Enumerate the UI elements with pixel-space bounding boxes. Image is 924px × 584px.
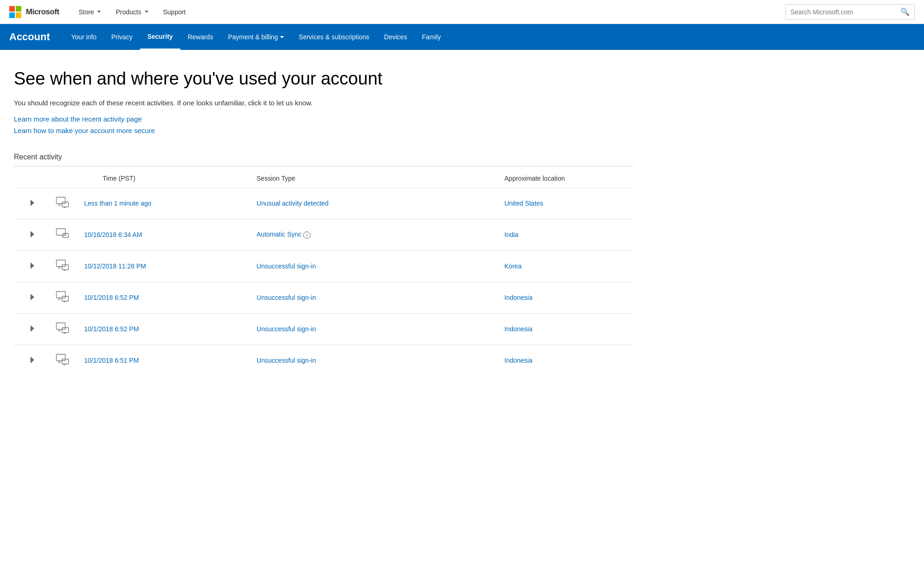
table-row[interactable]: 10/1/2018 6:52 PM Unsuccessful sign-in I… <box>14 313 633 345</box>
nav-services-subscriptions[interactable]: Services & subscriptions <box>291 24 377 50</box>
products-link[interactable]: Products <box>110 6 153 18</box>
time-cell: 10/1/2018 6:52 PM <box>75 282 252 313</box>
session-type-link[interactable]: Unsuccessful sign-in <box>257 294 316 301</box>
top-navigation: Microsoft Store Products Support 🔍 <box>0 0 924 24</box>
learn-more-activity-link[interactable]: Learn more about the recent activity pag… <box>14 115 633 123</box>
device-icon-cell <box>51 188 75 219</box>
session-type-link[interactable]: Unsuccessful sign-in <box>257 325 316 333</box>
products-chevron-icon <box>145 11 148 13</box>
device-icon-cell <box>51 219 75 250</box>
location-link[interactable]: United States <box>504 200 543 207</box>
location-link[interactable]: Indonesia <box>504 294 532 301</box>
table-row[interactable]: 10/1/2018 6:51 PM Unsuccessful sign-in I… <box>14 345 633 376</box>
account-nav-links: Your info Privacy Security Rewards Payme… <box>64 24 915 50</box>
svg-rect-14 <box>56 291 65 298</box>
svg-rect-6 <box>56 228 65 235</box>
row-chevron-cell <box>14 219 51 250</box>
row-chevron-cell <box>14 188 51 219</box>
session-type-cell: Unsuccessful sign-in <box>252 250 500 282</box>
row-chevron-cell <box>14 282 51 313</box>
location-cell: Korea <box>500 250 633 282</box>
nav-rewards[interactable]: Rewards <box>180 24 220 50</box>
chevron-right-icon <box>31 294 34 300</box>
row-chevron-cell <box>14 345 51 376</box>
info-icon[interactable]: i <box>303 231 311 239</box>
chevron-right-icon <box>31 357 34 363</box>
nav-payment-billing[interactable]: Payment & billing <box>220 24 291 50</box>
table-row[interactable]: 10/16/2018 6:34 AM Automatic Synci India <box>14 219 633 250</box>
table-header-row: Time (PST) Session Type Approximate loca… <box>14 166 633 188</box>
time-link[interactable]: 10/1/2018 6:52 PM <box>84 294 139 301</box>
session-type-cell: Unsuccessful sign-in <box>252 282 500 313</box>
top-nav-links: Store Products Support <box>73 6 785 18</box>
time-cell: Less than 1 minute ago <box>75 188 252 219</box>
device-icon-cell <box>51 250 75 282</box>
time-link[interactable]: 10/1/2018 6:52 PM <box>84 325 139 333</box>
col-icon <box>51 166 75 188</box>
svg-rect-8 <box>56 260 65 266</box>
recent-activity-title: Recent activity <box>14 153 633 161</box>
nav-security[interactable]: Security <box>140 24 180 50</box>
col-session-type: Session Type <box>252 166 500 188</box>
nav-family[interactable]: Family <box>415 24 448 50</box>
search-box: 🔍 <box>785 4 915 20</box>
account-title: Account <box>9 31 50 43</box>
row-chevron-cell <box>14 313 51 345</box>
col-location: Approximate location <box>500 166 633 188</box>
microsoft-logo[interactable]: Microsoft <box>9 6 59 18</box>
location-link[interactable]: Korea <box>504 262 521 270</box>
chevron-right-icon <box>31 262 34 269</box>
location-cell: Indonesia <box>500 282 633 313</box>
table-row[interactable]: Less than 1 minute ago Unusual activity … <box>14 188 633 219</box>
device-icon-cell <box>51 345 75 376</box>
session-type-link[interactable]: Unsuccessful sign-in <box>257 262 316 270</box>
table-row[interactable]: 10/12/2018 11:28 PM Unsuccessful sign-in… <box>14 250 633 282</box>
location-cell: Indonesia <box>500 345 633 376</box>
location-link[interactable]: Indonesia <box>504 357 532 364</box>
logo-text: Microsoft <box>26 7 59 17</box>
logo-grid <box>9 6 21 18</box>
session-type-link[interactable]: Unsuccessful sign-in <box>257 357 316 364</box>
search-button[interactable]: 🔍 <box>896 7 914 16</box>
nav-devices[interactable]: Devices <box>377 24 415 50</box>
store-link[interactable]: Store <box>73 6 106 18</box>
search-input[interactable] <box>786 8 896 16</box>
location-cell: United States <box>500 188 633 219</box>
location-link[interactable]: India <box>504 231 518 238</box>
location-link[interactable]: Indonesia <box>504 325 532 333</box>
nav-privacy[interactable]: Privacy <box>104 24 140 50</box>
payment-chevron-icon <box>280 36 284 38</box>
nav-your-info[interactable]: Your info <box>64 24 104 50</box>
device-icon-cell <box>51 282 75 313</box>
time-link[interactable]: 10/12/2018 11:28 PM <box>84 262 146 270</box>
session-type-cell: Unusual activity detected <box>252 188 500 219</box>
time-cell: 10/16/2018 6:34 AM <box>75 219 252 250</box>
activity-table: Time (PST) Session Type Approximate loca… <box>14 166 633 376</box>
session-type-cell: Automatic Synci <box>252 219 500 250</box>
time-link[interactable]: 10/1/2018 6:51 PM <box>84 357 139 364</box>
learn-secure-account-link[interactable]: Learn how to make your account more secu… <box>14 127 633 134</box>
location-cell: Indonesia <box>500 313 633 345</box>
col-chevron <box>14 166 51 188</box>
main-content: See when and where you've used your acco… <box>0 50 647 390</box>
session-type-cell: Unsuccessful sign-in <box>252 313 500 345</box>
time-link[interactable]: 10/16/2018 6:34 AM <box>84 231 142 238</box>
account-navigation: Account Your info Privacy Security Rewar… <box>0 24 924 50</box>
session-type-link[interactable]: Automatic Sync <box>257 231 301 238</box>
store-chevron-icon <box>97 11 101 13</box>
chevron-right-icon <box>31 325 34 332</box>
support-link[interactable]: Support <box>158 6 191 18</box>
session-type-link[interactable]: Unusual activity detected <box>257 200 329 207</box>
chevron-right-icon <box>31 231 34 237</box>
col-time: Time (PST) <box>75 166 252 188</box>
table-row[interactable]: 10/1/2018 6:52 PM Unsuccessful sign-in I… <box>14 282 633 313</box>
time-cell: 10/1/2018 6:52 PM <box>75 313 252 345</box>
time-cell: 10/1/2018 6:51 PM <box>75 345 252 376</box>
svg-rect-0 <box>56 197 65 203</box>
time-cell: 10/12/2018 11:28 PM <box>75 250 252 282</box>
page-heading: See when and where you've used your acco… <box>14 68 633 90</box>
session-type-cell: Unsuccessful sign-in <box>252 345 500 376</box>
recent-activity-section: Recent activity Time (PST) Session Type … <box>14 153 633 376</box>
location-cell: India <box>500 219 633 250</box>
time-link[interactable]: Less than 1 minute ago <box>84 200 152 207</box>
